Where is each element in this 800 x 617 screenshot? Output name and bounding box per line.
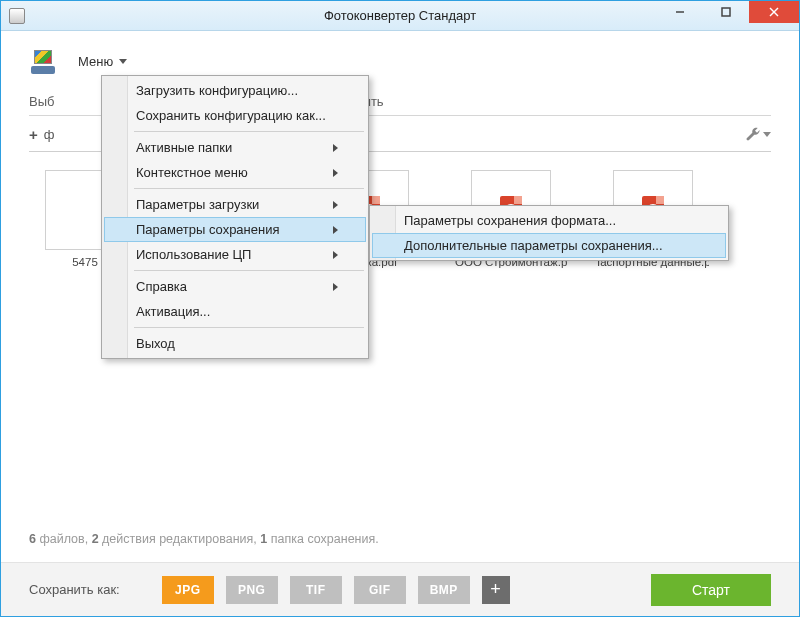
- add-files-button[interactable]: + ф: [29, 126, 54, 143]
- menu-button[interactable]: Меню: [67, 49, 140, 74]
- menu-item-save-params[interactable]: Параметры сохранения: [104, 217, 366, 242]
- save-params-submenu: Параметры сохранения формата... Дополнит…: [369, 205, 729, 261]
- menu-item-exit[interactable]: Выход: [104, 331, 366, 356]
- app-icon: [9, 8, 25, 24]
- svg-rect-1: [722, 8, 730, 16]
- format-jpg[interactable]: JPG: [162, 576, 214, 604]
- settings-button[interactable]: [745, 126, 771, 142]
- format-png[interactable]: PNG: [226, 576, 278, 604]
- tab-select-files[interactable]: Выб: [29, 88, 70, 115]
- app-logo-icon: [29, 50, 57, 74]
- start-button[interactable]: Старт: [651, 574, 771, 606]
- menu-item-context-menu[interactable]: Контекстное меню: [104, 160, 366, 185]
- chevron-right-icon: [333, 169, 338, 177]
- chevron-right-icon: [333, 251, 338, 259]
- submenu-item-extra-params[interactable]: Дополнительные параметры сохранения...: [372, 233, 726, 258]
- main-menu-popup: Загрузить конфигурацию... Сохранить конф…: [101, 75, 369, 359]
- menu-item-save-config[interactable]: Сохранить конфигурацию как...: [104, 103, 366, 128]
- close-button[interactable]: [749, 1, 799, 23]
- menu-separator: [134, 270, 364, 271]
- file-name: 5475: [72, 256, 98, 268]
- minimize-button[interactable]: [657, 1, 703, 23]
- status-line: 6 файлов, 2 действия редактирования, 1 п…: [29, 532, 379, 546]
- wrench-icon: [745, 126, 761, 142]
- format-gif[interactable]: GIF: [354, 576, 406, 604]
- menu-item-load-config[interactable]: Загрузить конфигурацию...: [104, 78, 366, 103]
- caret-down-icon: [119, 59, 127, 64]
- format-bmp[interactable]: BMP: [418, 576, 470, 604]
- chevron-right-icon: [333, 226, 338, 234]
- menu-item-load-params[interactable]: Параметры загрузки: [104, 192, 366, 217]
- menu-item-active-folders[interactable]: Активные папки: [104, 135, 366, 160]
- menu-item-cpu-usage[interactable]: Использование ЦП: [104, 242, 366, 267]
- menu-item-activation[interactable]: Активация...: [104, 299, 366, 324]
- window-controls: [657, 1, 799, 23]
- maximize-button[interactable]: [703, 1, 749, 23]
- chevron-right-icon: [333, 144, 338, 152]
- save-as-label: Сохранить как:: [29, 582, 120, 597]
- format-tif[interactable]: TIF: [290, 576, 342, 604]
- add-files-label: ф: [44, 127, 55, 142]
- menu-separator: [134, 188, 364, 189]
- menu-button-label: Меню: [78, 54, 113, 69]
- menu-separator: [134, 327, 364, 328]
- toolbar: Меню: [29, 49, 771, 74]
- plus-icon: +: [29, 126, 38, 143]
- menu-item-help[interactable]: Справка: [104, 274, 366, 299]
- chevron-right-icon: [333, 201, 338, 209]
- submenu-item-format-params[interactable]: Параметры сохранения формата...: [372, 208, 726, 233]
- chevron-right-icon: [333, 283, 338, 291]
- caret-down-icon: [763, 132, 771, 137]
- bottom-bar: Сохранить как: JPG PNG TIF GIF BMP + Ста…: [1, 562, 799, 616]
- menu-separator: [134, 131, 364, 132]
- titlebar: Фотоконвертер Стандарт: [1, 1, 799, 31]
- format-add-button[interactable]: +: [482, 576, 510, 604]
